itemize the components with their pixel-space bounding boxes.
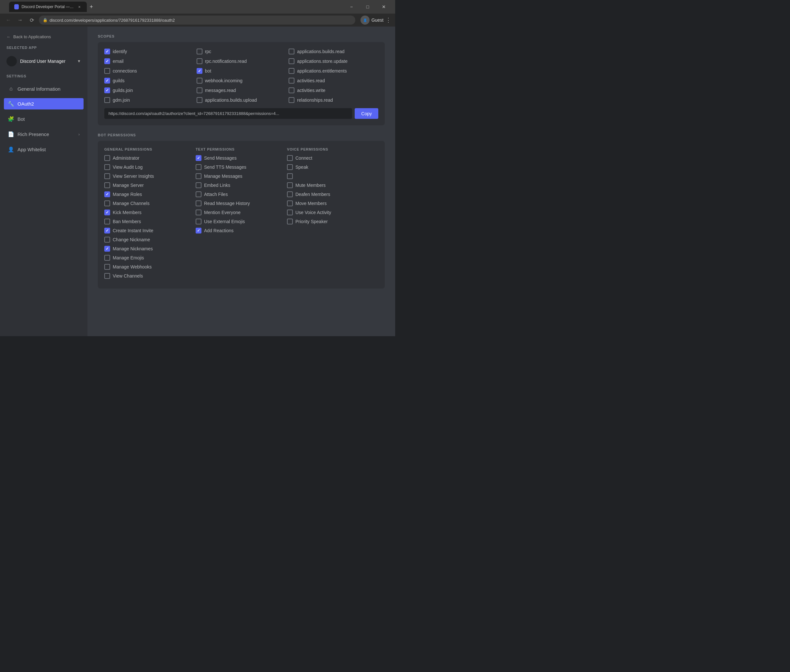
profile-label: Guest — [371, 18, 384, 23]
scope-bot: bot — [197, 68, 286, 74]
scope-webhook-checkbox[interactable] — [197, 78, 202, 83]
perm-manage-emojis-checkbox[interactable] — [104, 255, 110, 261]
new-tab-button[interactable]: + — [87, 2, 96, 11]
back-to-applications[interactable]: ← Back to Applications — [4, 33, 83, 40]
scope-app-store-checkbox[interactable] — [289, 58, 294, 64]
perm-priority-checkbox[interactable] — [287, 219, 293, 224]
address-bar[interactable]: 🔒 discord.com/developers/applications/72… — [39, 16, 355, 25]
perm-mute-checkbox[interactable] — [287, 182, 293, 188]
perm-speak-checkbox[interactable] — [287, 164, 293, 170]
copy-button[interactable]: Copy — [355, 108, 378, 119]
perm-send-messages-label: Send Messages — [204, 155, 237, 161]
sidebar-item-general-information[interactable]: ⌂ General Information — [4, 83, 83, 94]
back-button[interactable]: ← — [4, 16, 13, 25]
browser-menu-button[interactable]: ⋮ — [385, 16, 391, 24]
perm-add-reactions-label: Add Reactions — [204, 228, 233, 233]
sidebar-item-label: OAuth2 — [18, 101, 34, 107]
perm-manage-roles: Manage Roles — [104, 191, 190, 197]
refresh-button[interactable]: ⟳ — [27, 16, 36, 25]
perm-vad-checkbox[interactable] — [287, 210, 293, 215]
scope-gdm-checkbox[interactable] — [104, 97, 110, 103]
perm-manage-server-checkbox[interactable] — [104, 182, 110, 188]
perm-view-channels-checkbox[interactable] — [104, 273, 110, 279]
perm-view-audit-checkbox[interactable] — [104, 164, 110, 170]
scope-msg-read-checkbox[interactable] — [197, 88, 202, 93]
perm-add-reactions-checkbox[interactable] — [196, 228, 201, 234]
scope-applications-entitlements: applications.entitlements — [289, 68, 378, 74]
perm-deafen-checkbox[interactable] — [287, 191, 293, 197]
scope-app-builds-read-label: applications.builds.read — [297, 49, 344, 54]
oauth-url-field[interactable] — [104, 108, 352, 119]
back-arrow-icon: ← — [6, 34, 11, 39]
perm-add-reactions: Add Reactions — [196, 228, 282, 234]
sidebar-item-rich-presence[interactable]: 📄 Rich Presence › — [4, 128, 83, 140]
window-controls: − □ ✕ — [344, 2, 391, 12]
perm-send-messages-checkbox[interactable] — [196, 155, 201, 161]
scope-app-upload-checkbox[interactable] — [197, 97, 202, 103]
perm-manage-roles-checkbox[interactable] — [104, 191, 110, 197]
perm-video-checkbox[interactable] — [287, 173, 293, 179]
perm-manage-nicks-checkbox[interactable] — [104, 246, 110, 252]
perm-administrator-checkbox[interactable] — [104, 155, 110, 161]
address-row: ← → ⟳ 🔒 discord.com/developers/applicati… — [0, 14, 395, 27]
perm-mute-label: Mute Members — [296, 182, 326, 188]
perm-move-label: Move Members — [296, 201, 326, 206]
perm-send-tts-checkbox[interactable] — [196, 164, 201, 170]
perm-manage-webhooks-checkbox[interactable] — [104, 264, 110, 270]
perm-manage-server: Manage Server — [104, 182, 190, 188]
puzzle-icon: 🧩 — [8, 116, 14, 122]
perm-priority-label: Priority Speaker — [296, 219, 328, 224]
perm-manage-msgs-checkbox[interactable] — [196, 173, 201, 179]
scope-app-builds-read-checkbox[interactable] — [289, 49, 294, 54]
sidebar-item-app-whitelist[interactable]: 👤 App Whitelist — [4, 144, 83, 155]
perm-move-checkbox[interactable] — [287, 200, 293, 206]
perm-manage-channels-checkbox[interactable] — [104, 200, 110, 206]
sidebar-item-oauth2[interactable]: 🔧 OAuth2 — [4, 98, 83, 109]
perm-mention-everyone-checkbox[interactable] — [196, 210, 201, 215]
main-content: SCOPES identify rpc applications.builds.… — [88, 27, 395, 336]
scope-bot-checkbox[interactable] — [197, 68, 202, 74]
scope-gdm-label: gdm.join — [113, 98, 130, 102]
perm-connect-checkbox[interactable] — [287, 155, 293, 161]
perm-create-invite-checkbox[interactable] — [104, 228, 110, 234]
perm-embed-links-label: Embed Links — [204, 182, 230, 188]
forward-button[interactable]: → — [16, 16, 25, 25]
perm-change-nick-checkbox[interactable] — [104, 237, 110, 243]
scope-rpc-notif-checkbox[interactable] — [197, 58, 202, 64]
scope-rpc-checkbox[interactable] — [197, 49, 202, 54]
scope-guilds-join-checkbox[interactable] — [104, 88, 110, 93]
scope-email-checkbox[interactable] — [104, 58, 110, 64]
active-tab[interactable]: Discord Developer Portal — My ... ✕ — [9, 2, 87, 12]
perm-ban-members-checkbox[interactable] — [104, 219, 110, 224]
document-icon: 📄 — [8, 131, 14, 137]
perm-send-tts: Send TTS Messages — [196, 164, 282, 170]
close-button[interactable]: ✕ — [376, 2, 391, 12]
scope-act-write-checkbox[interactable] — [289, 88, 294, 93]
perm-view-channels: View Channels — [104, 273, 190, 279]
sidebar-item-bot[interactable]: 🧩 Bot — [4, 114, 83, 125]
scope-identify-checkbox[interactable] — [104, 49, 110, 54]
scope-app-upload-label: applications.builds.upload — [205, 98, 257, 102]
scope-rel-read-checkbox[interactable] — [289, 97, 294, 103]
minimize-button[interactable]: − — [344, 2, 359, 12]
perm-kick-members-checkbox[interactable] — [104, 210, 110, 215]
scope-app-ent-label: applications.entitlements — [297, 68, 347, 74]
scope-app-ent-checkbox[interactable] — [289, 68, 294, 74]
perm-attach-files-checkbox[interactable] — [196, 191, 201, 197]
dropdown-arrow-icon[interactable]: ▼ — [77, 59, 81, 64]
scope-act-read-checkbox[interactable] — [289, 78, 294, 83]
scopes-grid: identify rpc applications.builds.read em… — [104, 49, 378, 103]
maximize-button[interactable]: □ — [360, 2, 375, 12]
scope-messages-read: messages.read — [197, 88, 286, 93]
scope-connections-checkbox[interactable] — [104, 68, 110, 74]
scope-guilds-checkbox[interactable] — [104, 78, 110, 83]
perm-read-history-checkbox[interactable] — [196, 200, 201, 206]
perm-view-insights-checkbox[interactable] — [104, 173, 110, 179]
tab-close-button[interactable]: ✕ — [77, 4, 82, 10]
scope-rpc-label: rpc — [205, 49, 211, 54]
perm-embed-links-checkbox[interactable] — [196, 182, 201, 188]
perm-ext-emojis-checkbox[interactable] — [196, 219, 201, 224]
perm-kick-members-label: Kick Members — [113, 210, 142, 215]
perm-create-instant-invite: Create Instant Invite — [104, 228, 190, 234]
scope-app-store-label: applications.store.update — [297, 59, 347, 64]
